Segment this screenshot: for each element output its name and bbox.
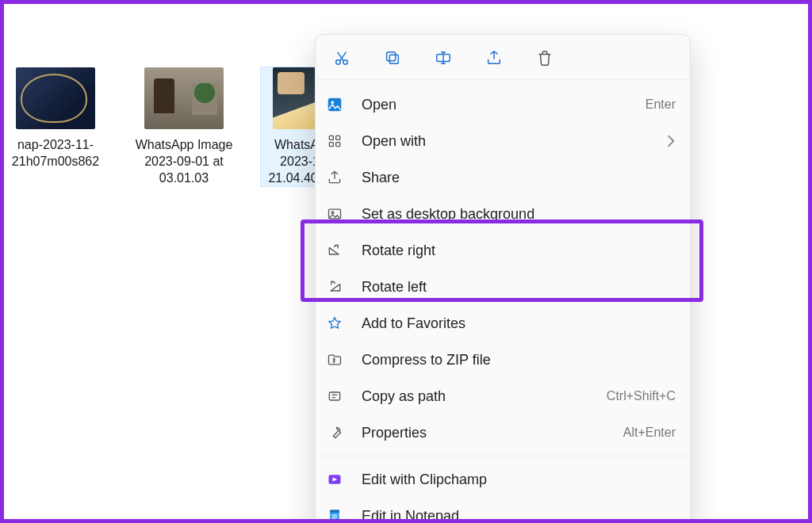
svg-rect-9 <box>329 143 333 147</box>
menu-label: Rotate left <box>362 279 676 296</box>
menu-edit-notepad[interactable]: Edit in Notepad <box>316 498 690 523</box>
svg-rect-16 <box>330 510 339 513</box>
svg-rect-8 <box>336 136 340 139</box>
notepad-icon <box>325 506 344 523</box>
menu-share[interactable]: Share <box>316 159 690 196</box>
svg-rect-10 <box>336 143 340 147</box>
menu-open-with[interactable]: Open with <box>316 123 690 159</box>
menu-compress-zip[interactable]: Compress to ZIP file <box>316 342 690 378</box>
menu-open[interactable]: Open Enter <box>316 86 690 123</box>
menu-properties[interactable]: Properties Alt+Enter <box>316 414 690 451</box>
svg-rect-13 <box>329 392 339 400</box>
menu-label: Rotate right <box>362 242 676 259</box>
context-menu-list: Open Enter Open with Share Set as deskto… <box>316 80 690 523</box>
svg-rect-3 <box>387 52 396 61</box>
menu-copy-as-path[interactable]: Copy as path Ctrl+Shift+C <box>316 378 690 414</box>
svg-point-6 <box>331 101 334 104</box>
menu-set-desktop-background[interactable]: Set as desktop background <box>316 196 690 232</box>
share-icon <box>325 168 344 187</box>
menu-label: Open with <box>362 133 666 150</box>
menu-separator <box>316 456 690 456</box>
image-icon <box>325 95 344 114</box>
file-label: WhatsApp Image 2023-09-01 at 03.01.03 <box>132 137 236 186</box>
context-toolbar <box>316 35 690 80</box>
file-item[interactable]: nap-2023-11-21h07m00s862 <box>4 67 107 186</box>
menu-label: Open <box>362 97 645 113</box>
menu-label: Properties <box>362 425 623 441</box>
context-menu: Open Enter Open with Share Set as deskto… <box>315 34 691 523</box>
delete-icon[interactable] <box>536 49 553 67</box>
open-with-icon <box>325 132 344 151</box>
svg-rect-5 <box>328 98 342 112</box>
file-label: nap-2023-11-21h07m00s862 <box>4 137 107 170</box>
wrench-icon <box>325 423 344 442</box>
menu-shortcut: Ctrl+Shift+C <box>607 389 676 403</box>
file-item[interactable]: WhatsApp Image 2023-09-01 at 03.01.03 <box>132 67 236 186</box>
share-icon[interactable] <box>485 49 503 67</box>
menu-label: Copy as path <box>362 388 607 405</box>
clipchamp-icon <box>325 470 344 489</box>
menu-shortcut: Alt+Enter <box>623 426 676 440</box>
cut-icon[interactable] <box>333 49 350 67</box>
menu-label: Edit in Notepad <box>362 508 676 524</box>
menu-edit-clipchamp[interactable]: Edit with Clipchamp <box>316 461 690 498</box>
star-icon <box>325 314 344 333</box>
menu-shortcut: Enter <box>645 97 676 112</box>
menu-label: Share <box>362 170 676 186</box>
file-thumbnail <box>16 67 95 129</box>
menu-rotate-right[interactable]: Rotate right <box>316 232 690 269</box>
svg-rect-7 <box>329 136 333 139</box>
menu-label: Set as desktop background <box>362 206 676 223</box>
menu-label: Edit with Clipchamp <box>362 471 676 488</box>
rotate-right-icon <box>325 241 344 260</box>
svg-point-12 <box>331 212 334 214</box>
svg-rect-2 <box>389 55 398 63</box>
menu-label: Add to Favorites <box>362 315 676 332</box>
file-thumbnail <box>144 67 224 129</box>
rotate-left-icon <box>325 277 344 296</box>
file-grid: nap-2023-11-21h07m00s862 WhatsApp Image … <box>4 67 364 186</box>
rename-icon[interactable] <box>435 49 452 67</box>
menu-label: Compress to ZIP file <box>362 352 676 368</box>
copy-path-icon <box>325 387 344 406</box>
copy-icon[interactable] <box>384 49 401 67</box>
picture-icon <box>325 204 344 223</box>
zip-icon <box>325 350 344 369</box>
menu-rotate-left[interactable]: Rotate left <box>316 269 690 305</box>
chevron-right-icon <box>666 135 676 147</box>
menu-add-favorites[interactable]: Add to Favorites <box>316 305 690 342</box>
